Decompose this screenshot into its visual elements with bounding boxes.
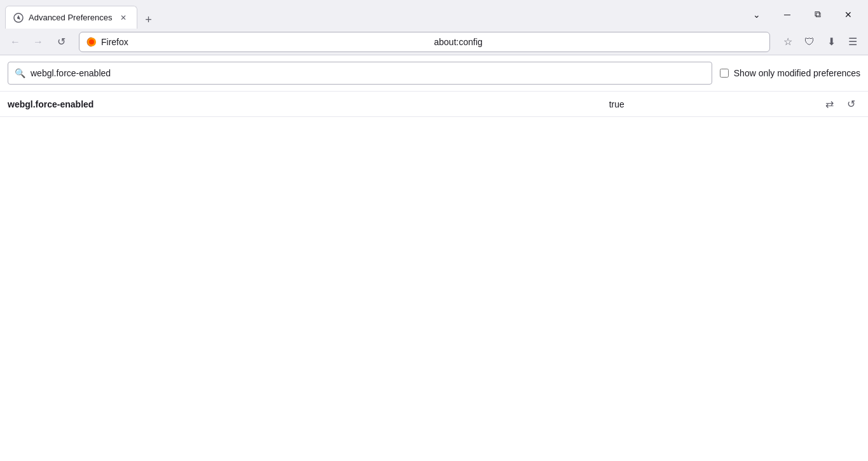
address-bar[interactable]: Firefox about:config (79, 32, 770, 52)
table-row: webgl.force-enabled true ⇄ ↺ (0, 92, 868, 117)
browser-name: Firefox (101, 37, 431, 47)
overflow-button[interactable]: ⌄ (742, 4, 771, 25)
modified-filter-text: Show only modified preferences (734, 68, 860, 78)
tab-icon (13, 13, 24, 23)
restore-button[interactable]: ⧉ (803, 4, 832, 25)
window-controls: ⌄ ─ ⧉ ✕ (742, 4, 863, 25)
pref-actions: ⇄ ↺ (820, 95, 860, 114)
modified-filter-checkbox[interactable] (720, 69, 729, 78)
modified-filter-label[interactable]: Show only modified preferences (720, 68, 860, 78)
menu-button[interactable]: ☰ (843, 32, 863, 52)
bookmark-button[interactable]: ☆ (778, 32, 798, 52)
toggle-button[interactable]: ⇄ (820, 95, 839, 114)
minimize-button[interactable]: ─ (773, 4, 802, 25)
pref-value: true (414, 99, 820, 109)
star-icon: ☆ (783, 36, 792, 48)
back-button[interactable]: ← (5, 32, 25, 52)
download-button[interactable]: ⬇ (821, 32, 841, 52)
shield-button[interactable]: 🛡 (799, 32, 820, 52)
search-icon: 🔍 (15, 68, 25, 78)
hamburger-icon: ☰ (848, 36, 857, 48)
title-bar: Advanced Preferences ✕ + ⌄ ─ ⧉ ✕ (0, 0, 868, 29)
preference-list: webgl.force-enabled true ⇄ ↺ (0, 92, 868, 117)
svg-point-1 (17, 17, 20, 19)
toolbar-actions: ☆ 🛡 ⬇ ☰ (778, 32, 863, 52)
address-text: about:config (434, 37, 764, 47)
forward-icon: → (33, 36, 43, 48)
active-tab[interactable]: Advanced Preferences ✕ (5, 6, 137, 29)
new-tab-button[interactable]: + (140, 11, 158, 29)
search-box[interactable]: 🔍 (8, 62, 712, 85)
reset-button[interactable]: ↺ (841, 95, 860, 114)
content-area: 🔍 Show only modified preferences webgl.f… (0, 55, 868, 461)
firefox-logo-icon (86, 36, 97, 48)
search-row: 🔍 Show only modified preferences (0, 55, 868, 92)
tab-title: Advanced Preferences (29, 13, 113, 22)
search-input[interactable] (31, 68, 705, 78)
toolbar: ← → ↺ Firefox about:config ☆ 🛡 ⬇ ☰ (0, 29, 868, 55)
back-icon: ← (10, 36, 20, 48)
close-button[interactable]: ✕ (834, 4, 863, 25)
download-icon: ⬇ (827, 36, 836, 48)
tab-close-button[interactable]: ✕ (118, 12, 129, 24)
svg-point-3 (89, 39, 94, 45)
shield-icon: 🛡 (804, 36, 815, 48)
tab-strip: Advanced Preferences ✕ + (5, 0, 740, 29)
reload-icon: ↺ (57, 36, 65, 48)
forward-button[interactable]: → (28, 32, 48, 52)
pref-name: webgl.force-enabled (8, 99, 414, 109)
reload-button[interactable]: ↺ (51, 32, 71, 52)
